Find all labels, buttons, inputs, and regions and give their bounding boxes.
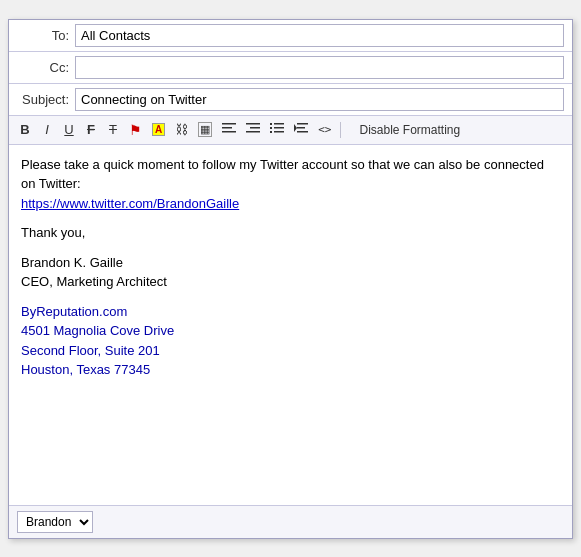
svg-rect-5 [246, 131, 260, 133]
name-line: Brandon K. Gaille [21, 253, 560, 273]
strikethrough2-button[interactable]: T [103, 120, 123, 140]
to-row: To: [9, 20, 572, 52]
svg-rect-7 [274, 123, 284, 125]
align-left-button[interactable] [218, 120, 240, 140]
image-button[interactable]: ▦ [194, 120, 216, 140]
code-icon: <> [318, 123, 331, 136]
indent-button[interactable] [290, 120, 312, 140]
align-left-icon [222, 122, 236, 137]
flag-icon: ⚑ [129, 122, 142, 138]
bold-button[interactable]: B [15, 120, 35, 140]
svg-rect-10 [270, 131, 272, 133]
svg-rect-8 [270, 127, 272, 129]
svg-rect-4 [250, 127, 260, 129]
cc-row: Cc: [9, 52, 572, 84]
sender-title: CEO, Marketing Architect [21, 274, 167, 289]
svg-rect-0 [222, 123, 236, 125]
thank-you-text: Thank you, [21, 225, 85, 240]
svg-rect-13 [297, 127, 305, 129]
list-button[interactable] [266, 120, 288, 140]
body-text-content: Please take a quick moment to follow my … [21, 157, 544, 192]
subject-row: Subject: [9, 84, 572, 116]
email-compose-window: To: Cc: Subject: B I U F T ⚑ A ⛓ ▦ [8, 19, 573, 539]
list-icon [270, 122, 284, 137]
address2-line: Second Floor, Suite 201 [21, 341, 560, 361]
svg-rect-1 [222, 127, 232, 129]
footer-bar: Brandon [9, 505, 572, 538]
formatting-toolbar: B I U F T ⚑ A ⛓ ▦ [9, 116, 572, 145]
sender-select[interactable]: Brandon [17, 511, 93, 533]
highlight-icon: A [152, 123, 165, 136]
address2: Second Floor, Suite 201 [21, 343, 160, 358]
subject-label: Subject: [17, 92, 75, 107]
address3: Houston, Texas 77345 [21, 362, 150, 377]
disable-formatting-button[interactable]: Disable Formatting [352, 121, 467, 139]
svg-marker-15 [294, 124, 297, 132]
address3-line: Houston, Texas 77345 [21, 360, 560, 380]
svg-rect-11 [274, 131, 284, 133]
highlight-button[interactable]: A [148, 120, 169, 140]
email-body[interactable]: Please take a quick moment to follow my … [9, 145, 572, 505]
image-icon: ▦ [198, 122, 212, 137]
svg-rect-2 [222, 131, 236, 133]
company-line: ByReputation.com [21, 302, 560, 322]
address1-line: 4501 Magnolia Cove Drive [21, 321, 560, 341]
code-button[interactable]: <> [314, 120, 335, 140]
title-line: CEO, Marketing Architect [21, 272, 560, 292]
thank-you-line: Thank you, [21, 223, 560, 243]
cc-input[interactable] [75, 56, 564, 79]
company-name: ByReputation.com [21, 304, 127, 319]
align-right-button[interactable] [242, 120, 264, 140]
toolbar-separator [340, 122, 341, 138]
body-link-line: https://www.twitter.com/BrandonGaille [21, 194, 560, 214]
svg-rect-3 [246, 123, 260, 125]
body-paragraph: Please take a quick moment to follow my … [21, 155, 560, 194]
sender-name: Brandon K. Gaille [21, 255, 123, 270]
twitter-link[interactable]: https://www.twitter.com/BrandonGaille [21, 196, 239, 211]
svg-rect-12 [297, 123, 308, 125]
subject-input[interactable] [75, 88, 564, 111]
link-icon: ⛓ [175, 122, 188, 137]
align-right-icon [246, 122, 260, 137]
italic-button[interactable]: I [37, 120, 57, 140]
to-label: To: [17, 28, 75, 43]
underline-button[interactable]: U [59, 120, 79, 140]
svg-rect-14 [297, 131, 308, 133]
cc-label: Cc: [17, 60, 75, 75]
svg-rect-6 [270, 123, 272, 125]
address1: 4501 Magnolia Cove Drive [21, 323, 174, 338]
svg-rect-9 [274, 127, 284, 129]
flag-button[interactable]: ⚑ [125, 120, 146, 140]
strikethrough-button[interactable]: F [81, 120, 101, 140]
to-input[interactable] [75, 24, 564, 47]
indent-icon [294, 122, 308, 137]
link-button[interactable]: ⛓ [171, 120, 192, 140]
